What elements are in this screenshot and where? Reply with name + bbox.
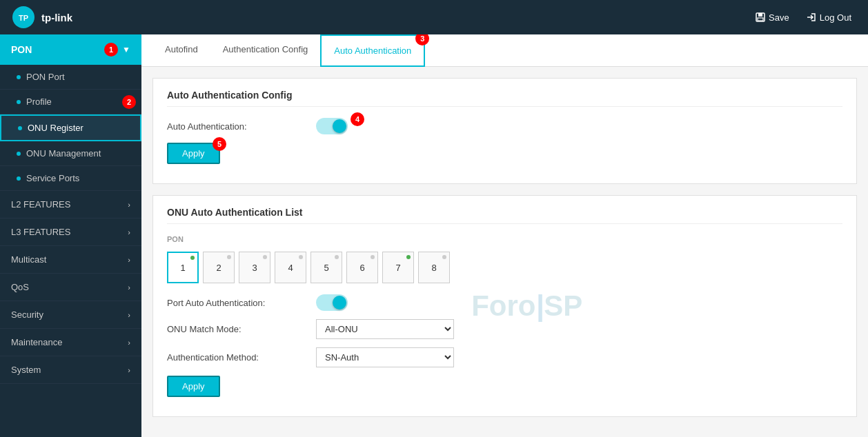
section2-title: ONU Auto Authentication List bbox=[167, 207, 842, 224]
apply-row-2: Apply bbox=[167, 376, 842, 397]
badge-5: 5 bbox=[213, 137, 226, 151]
tab-auto-auth[interactable]: Auto Authentication 3 bbox=[320, 34, 425, 67]
section1-title: Auto Authentication Config bbox=[167, 90, 842, 107]
sidebar-item-label: PON Port bbox=[26, 72, 65, 82]
badge-3: 3 bbox=[415, 34, 429, 45]
dot-icon bbox=[17, 100, 21, 104]
auto-auth-label: Auto Authentication: bbox=[167, 121, 305, 132]
sidebar-item-maintenance[interactable]: Maintenance › bbox=[0, 329, 141, 356]
port-dot-icon bbox=[227, 255, 231, 259]
pon-label: PON bbox=[167, 235, 842, 243]
sidebar-item-qos[interactable]: QoS › bbox=[0, 274, 141, 301]
logout-icon bbox=[806, 12, 817, 23]
port-dot-icon bbox=[442, 255, 446, 259]
onu-match-mode-row: ONU Match Mode: All-ONU Manual bbox=[167, 319, 842, 339]
pon-port-4[interactable]: 4 bbox=[275, 252, 306, 283]
apply-button-2[interactable]: Apply bbox=[167, 376, 220, 397]
sidebar-item-pon-port[interactable]: PON Port bbox=[0, 65, 141, 90]
sidebar-item-label: Service Ports bbox=[26, 173, 79, 183]
sidebar-item-label: Multicast bbox=[11, 254, 46, 265]
sidebar-item-label: ONU Management bbox=[26, 148, 101, 159]
auth-method-select[interactable]: SN-Auth Password-Auth SN+Password-Auth bbox=[316, 347, 454, 367]
auto-auth-toggle[interactable]: 4 bbox=[316, 118, 348, 134]
sidebar-item-multicast[interactable]: Multicast › bbox=[0, 246, 141, 274]
sidebar-item-label: Profile bbox=[26, 96, 52, 107]
port-auto-auth-toggle[interactable] bbox=[316, 294, 348, 311]
sidebar-pon-label: PON bbox=[11, 44, 32, 55]
port-auto-auth-label: Port Auto Authentication: bbox=[167, 298, 305, 308]
logo-text: tp-link bbox=[41, 12, 72, 23]
tab-autofind[interactable]: Autofind bbox=[152, 34, 210, 66]
pon-port-7[interactable]: 7 bbox=[382, 252, 414, 283]
page-content: Auto Authentication Config Auto Authenti… bbox=[141, 67, 868, 437]
port-dot-icon bbox=[263, 255, 267, 259]
port-auto-auth-row: Port Auto Authentication: bbox=[167, 294, 842, 311]
dot-icon bbox=[17, 75, 21, 79]
sidebar-item-label: QoS bbox=[11, 282, 29, 292]
apply-row-1: Apply 5 bbox=[167, 143, 842, 164]
sidebar-item-label: ONU Register bbox=[28, 123, 83, 133]
pon-port-3[interactable]: 3 bbox=[239, 252, 270, 283]
auth-method-label: Authentication Method: bbox=[167, 352, 305, 363]
chevron-right-icon: › bbox=[128, 311, 130, 319]
sidebar-item-onu-management[interactable]: ONU Management bbox=[0, 141, 141, 166]
chevron-right-icon: › bbox=[128, 228, 130, 236]
toggle-track bbox=[316, 294, 348, 311]
auto-auth-row: Auto Authentication: 4 bbox=[167, 118, 842, 134]
dot-icon bbox=[18, 126, 22, 130]
chevron-right-icon: › bbox=[128, 256, 130, 264]
badge-2: 2 bbox=[122, 95, 136, 109]
save-label: Save bbox=[769, 12, 789, 23]
sidebar-item-l3-features[interactable]: L3 FEATURES › bbox=[0, 218, 141, 246]
save-icon bbox=[755, 12, 766, 23]
sidebar-pon-header[interactable]: PON 1 ▼ bbox=[0, 34, 141, 65]
sidebar-item-security[interactable]: Security › bbox=[0, 301, 141, 329]
toggle-thumb bbox=[333, 296, 346, 309]
pon-port-2[interactable]: 2 bbox=[203, 252, 235, 283]
logo: TP tp-link bbox=[11, 5, 72, 30]
port-dot-icon bbox=[299, 255, 303, 259]
tab-bar: Autofind Authentication Config Auto Auth… bbox=[141, 34, 868, 67]
header: TP tp-link Save Log Out bbox=[0, 0, 868, 34]
toggle-thumb bbox=[333, 119, 346, 133]
pon-port-6[interactable]: 6 bbox=[346, 252, 378, 283]
dot-icon bbox=[17, 176, 21, 181]
sidebar-item-onu-register[interactable]: ONU Register bbox=[0, 114, 141, 141]
save-button[interactable]: Save bbox=[749, 9, 795, 26]
layout: PON 1 ▼ PON Port Profile 2 ONU Register … bbox=[0, 34, 868, 437]
pon-port-5[interactable]: 5 bbox=[310, 252, 342, 283]
pon-port-8[interactable]: 8 bbox=[418, 252, 450, 283]
tp-link-logo-icon: TP bbox=[11, 5, 36, 30]
sidebar-item-label: L2 FEATURES bbox=[11, 199, 70, 210]
port-dot-icon bbox=[406, 255, 411, 259]
onu-match-select[interactable]: All-ONU Manual bbox=[316, 319, 454, 339]
sidebar-item-system[interactable]: System › bbox=[0, 356, 141, 384]
sidebar-item-l2-features[interactable]: L2 FEATURES › bbox=[0, 191, 141, 218]
chevron-right-icon: › bbox=[128, 201, 130, 209]
badge-4: 4 bbox=[351, 112, 364, 126]
svg-rect-4 bbox=[758, 18, 763, 21]
badge-1: 1 bbox=[104, 43, 118, 57]
auto-auth-config-card: Auto Authentication Config Auto Authenti… bbox=[152, 78, 857, 184]
pon-port-list: 1 2 3 4 bbox=[167, 252, 842, 283]
sidebar: PON 1 ▼ PON Port Profile 2 ONU Register … bbox=[0, 34, 141, 437]
logout-button[interactable]: Log Out bbox=[800, 9, 857, 26]
apply-button-1[interactable]: Apply bbox=[167, 143, 220, 164]
sidebar-item-label: L3 FEATURES bbox=[11, 227, 70, 237]
tab-auth-config[interactable]: Authentication Config bbox=[210, 34, 321, 66]
onu-match-label: ONU Match Mode: bbox=[167, 324, 305, 334]
auth-method-row: Authentication Method: SN-Auth Password-… bbox=[167, 347, 842, 367]
svg-rect-3 bbox=[758, 13, 762, 17]
pon-port-1[interactable]: 1 bbox=[167, 252, 199, 283]
dot-icon bbox=[17, 152, 21, 156]
sidebar-item-service-ports[interactable]: Service Ports bbox=[0, 166, 141, 191]
port-dot-icon bbox=[371, 255, 375, 259]
svg-text:TP: TP bbox=[19, 14, 28, 22]
sidebar-item-profile[interactable]: Profile 2 bbox=[0, 90, 141, 114]
chevron-right-icon: › bbox=[128, 366, 130, 374]
chevron-right-icon: › bbox=[128, 283, 130, 292]
onu-auto-auth-list-card: ONU Auto Authentication List Foro|SP PON… bbox=[152, 195, 857, 417]
sidebar-item-label: Maintenance bbox=[11, 337, 62, 347]
main-content: Autofind Authentication Config Auto Auth… bbox=[141, 34, 868, 437]
chevron-right-icon: › bbox=[128, 338, 130, 347]
